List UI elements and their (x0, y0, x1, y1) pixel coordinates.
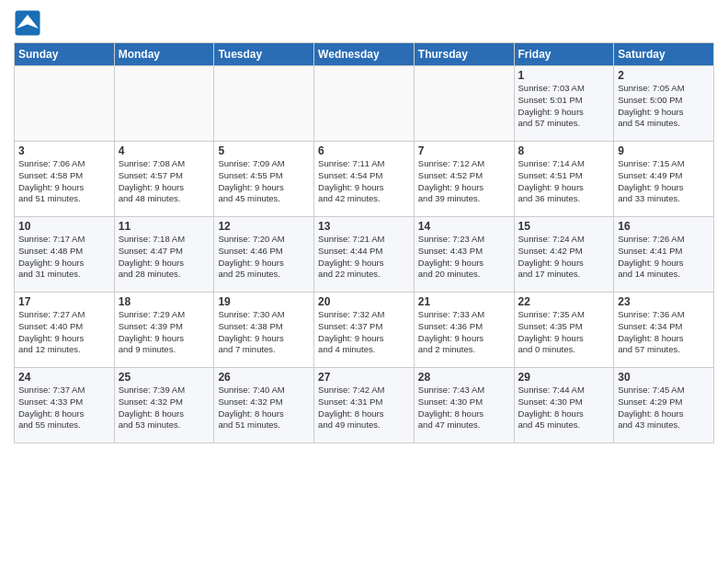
day-cell: 26Sunrise: 7:40 AM Sunset: 4:32 PM Dayli… (214, 368, 314, 443)
day-number: 6 (318, 144, 410, 157)
day-info: Sunrise: 7:36 AM Sunset: 4:34 PM Dayligh… (618, 309, 710, 356)
col-header-tuesday: Tuesday (214, 43, 314, 66)
day-cell (414, 66, 514, 142)
day-info: Sunrise: 7:39 AM Sunset: 4:32 PM Dayligh… (119, 385, 210, 431)
day-cell: 8Sunrise: 7:14 AM Sunset: 4:51 PM Daylig… (514, 142, 614, 217)
day-cell: 14Sunrise: 7:23 AM Sunset: 4:43 PM Dayli… (414, 217, 514, 293)
day-number: 19 (218, 295, 310, 308)
day-info: Sunrise: 7:23 AM Sunset: 4:43 PM Dayligh… (418, 234, 510, 281)
day-info: Sunrise: 7:14 AM Sunset: 4:51 PM Dayligh… (518, 158, 610, 205)
day-cell: 13Sunrise: 7:21 AM Sunset: 4:44 PM Dayli… (314, 217, 415, 293)
day-cell: 19Sunrise: 7:30 AM Sunset: 4:38 PM Dayli… (214, 293, 314, 368)
day-cell (15, 66, 115, 142)
day-cell: 22Sunrise: 7:35 AM Sunset: 4:35 PM Dayli… (514, 293, 614, 368)
day-info: Sunrise: 7:33 AM Sunset: 4:36 PM Dayligh… (418, 309, 510, 356)
day-cell: 23Sunrise: 7:36 AM Sunset: 4:34 PM Dayli… (614, 293, 714, 368)
day-info: Sunrise: 7:17 AM Sunset: 4:48 PM Dayligh… (18, 234, 110, 281)
col-header-wednesday: Wednesday (314, 43, 415, 66)
day-cell: 16Sunrise: 7:26 AM Sunset: 4:41 PM Dayli… (614, 217, 714, 293)
day-number: 29 (518, 371, 610, 384)
day-cell: 28Sunrise: 7:43 AM Sunset: 4:30 PM Dayli… (414, 368, 514, 443)
day-number: 25 (119, 371, 210, 384)
header (14, 9, 714, 37)
day-number: 12 (218, 220, 310, 233)
day-cell (314, 66, 415, 142)
day-number: 22 (518, 295, 610, 308)
day-info: Sunrise: 7:42 AM Sunset: 4:31 PM Dayligh… (318, 385, 410, 431)
day-info: Sunrise: 7:20 AM Sunset: 4:46 PM Dayligh… (218, 234, 310, 281)
col-header-saturday: Saturday (614, 43, 714, 66)
day-info: Sunrise: 7:05 AM Sunset: 5:00 PM Dayligh… (618, 83, 710, 130)
day-number: 2 (618, 69, 710, 82)
day-number: 1 (518, 69, 610, 82)
day-number: 21 (418, 295, 510, 308)
week-row-3: 17Sunrise: 7:27 AM Sunset: 4:40 PM Dayli… (15, 293, 714, 368)
day-cell: 11Sunrise: 7:18 AM Sunset: 4:47 PM Dayli… (114, 217, 214, 293)
day-number: 14 (418, 220, 510, 233)
day-number: 5 (218, 144, 310, 157)
day-info: Sunrise: 7:40 AM Sunset: 4:32 PM Dayligh… (218, 385, 310, 431)
day-number: 20 (318, 295, 410, 308)
day-cell: 27Sunrise: 7:42 AM Sunset: 4:31 PM Dayli… (314, 368, 415, 443)
day-number: 7 (418, 144, 510, 157)
day-info: Sunrise: 7:32 AM Sunset: 4:37 PM Dayligh… (318, 309, 410, 356)
day-cell: 10Sunrise: 7:17 AM Sunset: 4:48 PM Dayli… (15, 217, 115, 293)
day-info: Sunrise: 7:12 AM Sunset: 4:52 PM Dayligh… (418, 158, 510, 205)
day-info: Sunrise: 7:43 AM Sunset: 4:30 PM Dayligh… (418, 385, 510, 431)
day-number: 8 (518, 144, 610, 157)
day-cell: 1Sunrise: 7:03 AM Sunset: 5:01 PM Daylig… (514, 66, 614, 142)
day-info: Sunrise: 7:29 AM Sunset: 4:39 PM Dayligh… (119, 309, 210, 356)
week-row-1: 3Sunrise: 7:06 AM Sunset: 4:58 PM Daylig… (15, 142, 714, 217)
day-cell: 25Sunrise: 7:39 AM Sunset: 4:32 PM Dayli… (114, 368, 214, 443)
day-number: 27 (318, 371, 410, 384)
day-number: 23 (618, 295, 710, 308)
day-info: Sunrise: 7:06 AM Sunset: 4:58 PM Dayligh… (18, 158, 110, 205)
day-cell: 5Sunrise: 7:09 AM Sunset: 4:55 PM Daylig… (214, 142, 314, 217)
day-cell: 17Sunrise: 7:27 AM Sunset: 4:40 PM Dayli… (15, 293, 115, 368)
day-cell: 18Sunrise: 7:29 AM Sunset: 4:39 PM Dayli… (114, 293, 214, 368)
day-cell: 3Sunrise: 7:06 AM Sunset: 4:58 PM Daylig… (15, 142, 115, 217)
calendar-container: SundayMondayTuesdayWednesdayThursdayFrid… (0, 0, 728, 448)
week-row-4: 24Sunrise: 7:37 AM Sunset: 4:33 PM Dayli… (15, 368, 714, 443)
week-row-2: 10Sunrise: 7:17 AM Sunset: 4:48 PM Dayli… (15, 217, 714, 293)
day-cell: 24Sunrise: 7:37 AM Sunset: 4:33 PM Dayli… (15, 368, 115, 443)
day-info: Sunrise: 7:45 AM Sunset: 4:29 PM Dayligh… (618, 385, 710, 431)
day-cell: 12Sunrise: 7:20 AM Sunset: 4:46 PM Dayli… (214, 217, 314, 293)
logo (14, 9, 45, 37)
day-info: Sunrise: 7:30 AM Sunset: 4:38 PM Dayligh… (218, 309, 310, 356)
day-number: 4 (119, 144, 210, 157)
day-number: 17 (18, 295, 110, 308)
day-info: Sunrise: 7:18 AM Sunset: 4:47 PM Dayligh… (119, 234, 210, 281)
logo-icon (14, 9, 41, 37)
day-cell (214, 66, 314, 142)
day-info: Sunrise: 7:27 AM Sunset: 4:40 PM Dayligh… (18, 309, 110, 356)
day-number: 11 (119, 220, 210, 233)
header-row: SundayMondayTuesdayWednesdayThursdayFrid… (15, 43, 714, 66)
day-number: 26 (218, 371, 310, 384)
day-cell: 15Sunrise: 7:24 AM Sunset: 4:42 PM Dayli… (514, 217, 614, 293)
day-cell: 29Sunrise: 7:44 AM Sunset: 4:30 PM Dayli… (514, 368, 614, 443)
day-info: Sunrise: 7:26 AM Sunset: 4:41 PM Dayligh… (618, 234, 710, 281)
day-cell: 4Sunrise: 7:08 AM Sunset: 4:57 PM Daylig… (114, 142, 214, 217)
day-number: 24 (18, 371, 110, 384)
day-info: Sunrise: 7:37 AM Sunset: 4:33 PM Dayligh… (18, 385, 110, 431)
day-cell: 30Sunrise: 7:45 AM Sunset: 4:29 PM Dayli… (614, 368, 714, 443)
day-number: 18 (119, 295, 210, 308)
day-info: Sunrise: 7:44 AM Sunset: 4:30 PM Dayligh… (518, 385, 610, 431)
day-cell: 7Sunrise: 7:12 AM Sunset: 4:52 PM Daylig… (414, 142, 514, 217)
day-cell (114, 66, 214, 142)
week-row-0: 1Sunrise: 7:03 AM Sunset: 5:01 PM Daylig… (15, 66, 714, 142)
col-header-thursday: Thursday (414, 43, 514, 66)
day-cell: 2Sunrise: 7:05 AM Sunset: 5:00 PM Daylig… (614, 66, 714, 142)
day-info: Sunrise: 7:24 AM Sunset: 4:42 PM Dayligh… (518, 234, 610, 281)
day-number: 3 (18, 144, 110, 157)
day-number: 13 (318, 220, 410, 233)
day-info: Sunrise: 7:03 AM Sunset: 5:01 PM Dayligh… (518, 83, 610, 130)
day-info: Sunrise: 7:21 AM Sunset: 4:44 PM Dayligh… (318, 234, 410, 281)
day-number: 16 (618, 220, 710, 233)
day-cell: 21Sunrise: 7:33 AM Sunset: 4:36 PM Dayli… (414, 293, 514, 368)
day-number: 15 (518, 220, 610, 233)
day-number: 28 (418, 371, 510, 384)
day-info: Sunrise: 7:08 AM Sunset: 4:57 PM Dayligh… (119, 158, 210, 205)
calendar-table: SundayMondayTuesdayWednesdayThursdayFrid… (14, 42, 714, 443)
